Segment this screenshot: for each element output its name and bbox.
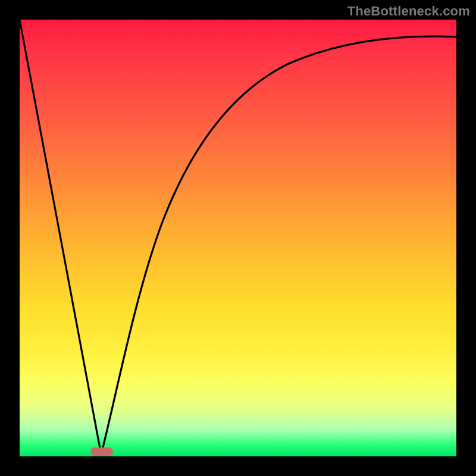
chart-frame: TheBottleneck.com bbox=[0, 0, 476, 476]
curve-path bbox=[20, 20, 456, 455]
watermark-text: TheBottleneck.com bbox=[347, 4, 470, 19]
bottleneck-curve bbox=[20, 20, 456, 456]
plot-area bbox=[20, 20, 456, 456]
minimum-marker bbox=[90, 447, 113, 456]
